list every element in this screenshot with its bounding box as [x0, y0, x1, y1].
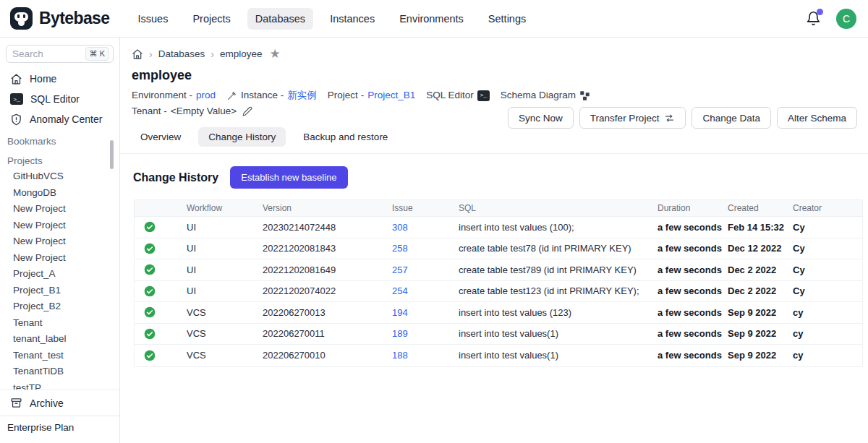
transfer-project-button[interactable]: Transfer Project — [579, 107, 686, 129]
sidebar-item-anomaly-center[interactable]: Anomaly Center — [0, 109, 119, 129]
project-item[interactable]: Project_B1 — [0, 283, 119, 299]
sidebar: Search ⌘ K Home >_ SQL Editor Anomaly Ce… — [0, 38, 120, 443]
project-item[interactable]: Project_A — [0, 266, 119, 283]
project-item[interactable]: Tenant — [0, 315, 119, 332]
status-success-icon — [135, 306, 187, 318]
project-item[interactable]: GitHubVCS — [0, 168, 119, 185]
instance-link[interactable]: 新实例 — [287, 88, 317, 103]
column-header: Version — [263, 203, 392, 213]
breadcrumb-home-icon[interactable] — [132, 48, 143, 60]
user-avatar[interactable]: C — [836, 9, 856, 29]
version-cell: 202206270010 — [263, 350, 392, 361]
status-success-icon — [135, 221, 187, 233]
environment-link[interactable]: prod — [196, 88, 216, 103]
schema-diagram-meta[interactable]: Schema Diagram — [501, 88, 590, 103]
version-cell: 202206270013 — [263, 307, 392, 318]
column-header: Duration — [658, 203, 728, 213]
creator-cell: Cy — [793, 285, 862, 296]
breadcrumb-separator: › — [149, 48, 153, 60]
change-history-row[interactable]: UI20221202074022254create table test123 … — [135, 281, 862, 303]
project-item[interactable]: New Project — [0, 250, 119, 267]
project-item[interactable]: New Project — [0, 218, 119, 234]
sync-now-button[interactable]: Sync Now — [508, 107, 574, 129]
version-cell: 20221202081843 — [263, 243, 392, 254]
success-check-icon — [144, 306, 156, 318]
status-success-icon — [135, 350, 187, 361]
tab-change-history[interactable]: Change History — [198, 127, 286, 147]
issue-link[interactable]: 188 — [392, 350, 459, 361]
bytebase-logo[interactable]: Bytebase — [0, 7, 109, 30]
project-item[interactable]: New Project — [0, 233, 119, 250]
project-item[interactable]: Project_B2 — [0, 298, 119, 315]
notifications-button[interactable] — [806, 11, 822, 27]
bookmark-star-icon[interactable]: ★ — [269, 48, 280, 60]
change-data-button[interactable]: Change Data — [692, 107, 771, 129]
sidebar-item-archive[interactable]: Archive — [0, 390, 119, 416]
project-item[interactable]: MongoDB — [0, 185, 119, 202]
change-history-row[interactable]: VCS202206270011189insert into test value… — [135, 324, 862, 345]
search-input[interactable]: Search ⌘ K — [6, 45, 114, 63]
issue-link[interactable]: 254 — [392, 285, 459, 296]
sidebar-scrollbar[interactable] — [110, 140, 114, 169]
tab-overview[interactable]: Overview — [130, 127, 191, 147]
nav-item-settings[interactable]: Settings — [480, 8, 534, 30]
project-link[interactable]: Project_B1 — [367, 88, 415, 103]
shield-icon — [10, 113, 22, 126]
sql-cell: insert into test values(1) — [459, 350, 658, 361]
change-history-row[interactable]: UI20221202081649257create table test789 … — [135, 259, 862, 281]
breadcrumb-item-employee[interactable]: employee — [220, 48, 263, 59]
creator-cell: Cy — [793, 222, 862, 233]
issue-link[interactable]: 189 — [392, 328, 459, 339]
duration-cell: a few seconds — [658, 243, 728, 254]
nav-item-instances[interactable]: Instances — [322, 8, 383, 30]
establish-baseline-button[interactable]: Establish new baseline — [230, 166, 347, 189]
change-history-row[interactable]: UI20230214072448308insert into test valu… — [135, 217, 862, 238]
nav-item-databases[interactable]: Databases — [247, 8, 313, 30]
success-check-icon — [144, 350, 156, 361]
project-item[interactable]: TenantTiDB — [0, 364, 119, 380]
sidebar-item-sql-editor[interactable]: >_ SQL Editor — [0, 89, 119, 109]
sidebar-item-home[interactable]: Home — [0, 69, 119, 89]
schema-diagram-icon — [579, 90, 590, 101]
project-meta: Project - Project_B1 — [328, 88, 415, 103]
edit-pencil-icon[interactable] — [242, 106, 252, 116]
issue-link[interactable]: 257 — [392, 264, 459, 275]
change-history-row[interactable]: UI20221202081843258create table test78 (… — [135, 238, 862, 260]
duration-cell: a few seconds — [658, 350, 728, 361]
column-header: SQL — [459, 203, 658, 213]
project-item[interactable]: tenant_label — [0, 331, 119, 348]
projects-list: GitHubVCSMongoDBNew ProjectNew ProjectNe… — [0, 168, 119, 413]
workflow-cell: UI — [187, 264, 263, 275]
project-item[interactable]: New Project — [0, 201, 119, 218]
tenant-meta: Tenant - <Empty Value> — [132, 104, 252, 119]
nav-links: IssuesProjectsDatabasesInstancesEnvironm… — [129, 8, 534, 30]
sidebar-nav: Home >_ SQL Editor Anomaly Center — [0, 69, 119, 129]
workflow-cell: VCS — [187, 328, 263, 339]
workflow-cell: UI — [187, 243, 263, 254]
top-navbar: Bytebase IssuesProjectsDatabasesInstance… — [0, 0, 868, 38]
success-check-icon — [144, 221, 156, 233]
alter-schema-button[interactable]: Alter Schema — [777, 107, 857, 129]
creator-cell: cy — [793, 307, 862, 318]
table-body: UI20230214072448308insert into test valu… — [135, 217, 862, 366]
created-cell: Dec 2 2022 — [728, 285, 793, 296]
issue-link[interactable]: 194 — [392, 307, 459, 318]
success-check-icon — [144, 285, 156, 297]
creator-cell: cy — [793, 328, 862, 339]
sql-cell: insert into test values (100); — [459, 222, 658, 233]
version-cell: 20230214072448 — [263, 222, 392, 233]
sql-cell: insert into test values (123) — [459, 307, 658, 318]
sql-editor-meta[interactable]: SQL Editor >_ — [426, 88, 490, 103]
tab-backup-and-restore[interactable]: Backup and restore — [293, 127, 398, 147]
issue-link[interactable]: 258 — [392, 243, 459, 254]
change-history-row[interactable]: VCS202206270010188insert into test value… — [135, 345, 862, 366]
version-cell: 20221202081649 — [263, 264, 392, 275]
issue-link[interactable]: 308 — [392, 222, 459, 233]
change-history-row[interactable]: VCS202206270013194insert into test value… — [135, 302, 862, 324]
project-item[interactable]: Tenant_test — [0, 348, 119, 364]
sql-cell: insert into test values(1) — [459, 328, 658, 339]
nav-item-issues[interactable]: Issues — [129, 8, 176, 30]
breadcrumb-item-databases[interactable]: Databases — [158, 48, 205, 59]
nav-item-environments[interactable]: Environments — [391, 8, 472, 30]
nav-item-projects[interactable]: Projects — [184, 8, 238, 30]
